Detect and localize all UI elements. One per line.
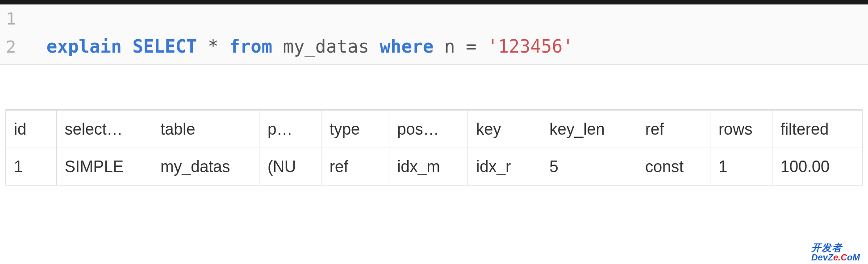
token-str: '123456' <box>487 36 573 57</box>
token-op: * <box>197 36 229 57</box>
table-cell: const <box>637 148 710 186</box>
table-cell: my_datas <box>152 148 259 186</box>
table-cell: 1 <box>710 148 772 186</box>
sql-editor[interactable]: 12explain SELECT * from my_datas where n… <box>0 4 868 65</box>
token-kw: explain <box>46 36 122 57</box>
table-cell: (NU <box>259 148 321 186</box>
explain-header-row: idselect…tablep…typepos…keykey_lenrefrow… <box>6 111 863 148</box>
token-ident: n <box>444 36 455 57</box>
table-cell: idx_r <box>468 148 541 186</box>
table-cell: ref <box>321 148 389 186</box>
editor-line[interactable]: 1 <box>0 6 868 33</box>
line-number: 1 <box>0 6 27 32</box>
table-cell: 1 <box>6 148 57 186</box>
column-header[interactable]: select… <box>56 111 152 148</box>
column-header[interactable]: pos… <box>389 111 468 148</box>
token-ident: my_datas <box>283 36 369 57</box>
column-header[interactable]: key_len <box>541 111 637 148</box>
editor-results-gap <box>0 65 868 109</box>
table-cell: SIMPLE <box>56 148 152 186</box>
window-top-bar <box>0 0 868 4</box>
token-kw: SELECT <box>133 36 197 57</box>
token <box>434 36 444 57</box>
table-row[interactable]: 1SIMPLEmy_datas(NUrefidx_midx_r5const110… <box>6 148 863 186</box>
token <box>122 36 133 57</box>
column-header[interactable]: rows <box>710 111 772 148</box>
column-header[interactable]: p… <box>259 111 321 148</box>
column-header[interactable]: ref <box>637 111 710 148</box>
column-header[interactable]: filtered <box>772 111 863 148</box>
token-kw: from <box>229 36 272 57</box>
token <box>369 36 380 57</box>
explain-tbody: 1SIMPLEmy_datas(NUrefidx_midx_r5const110… <box>6 148 863 186</box>
token-op: = <box>455 36 487 57</box>
explain-result-table: idselect…tablep…typepos…keykey_lenrefrow… <box>5 110 863 186</box>
explain-thead: idselect…tablep…typepos…keykey_lenrefrow… <box>6 111 863 148</box>
code-content[interactable]: explain SELECT * from my_datas where n =… <box>27 33 573 60</box>
token-kw: where <box>380 36 434 57</box>
line-number: 2 <box>0 34 27 60</box>
results-panel: idselect…tablep…typepos…keykey_lenrefrow… <box>5 109 863 186</box>
table-cell: 5 <box>541 148 637 186</box>
editor-line[interactable]: 2explain SELECT * from my_datas where n … <box>0 33 868 60</box>
column-header[interactable]: id <box>6 111 57 148</box>
token <box>272 36 283 57</box>
table-cell: idx_m <box>389 148 468 186</box>
column-header[interactable]: table <box>152 111 259 148</box>
column-header[interactable]: type <box>321 111 389 148</box>
table-cell: 100.00 <box>772 148 863 186</box>
column-header[interactable]: key <box>468 111 541 148</box>
